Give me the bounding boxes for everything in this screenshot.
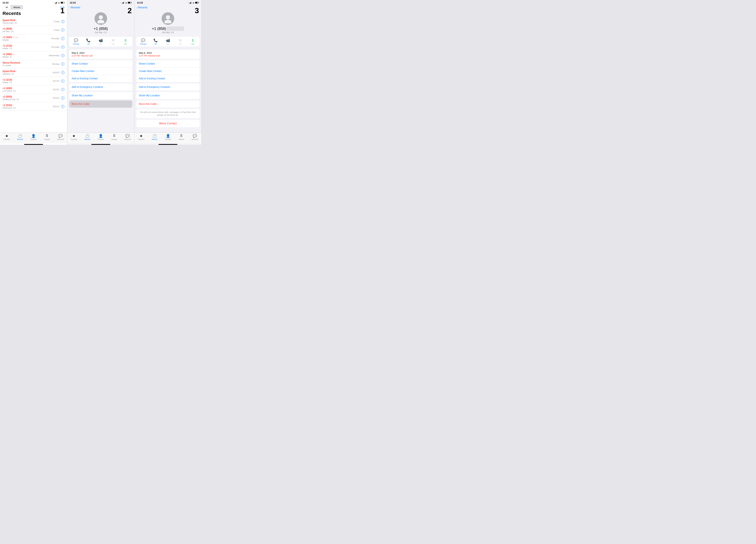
item-info: +1 (480) ··· Maybe: N··: [3, 53, 15, 58]
call-label-3: call: [154, 43, 157, 45]
call-date-3: May 6, 2022: [139, 52, 197, 54]
list-item[interactable]: Spam Risk Tannersville, NY Friday ⓘ: [3, 17, 67, 26]
recents-title: Recents: [0, 11, 67, 17]
tab-contacts-2[interactable]: 👤 Contacts: [94, 134, 107, 140]
video-button-3[interactable]: 📹 video: [162, 38, 174, 45]
block-contact-button-3[interactable]: Block Contact: [136, 120, 200, 127]
back-button-2[interactable]: ‹ Recents: [70, 6, 80, 9]
tab-keypad[interactable]: ⠿ Keypad: [40, 134, 54, 140]
item-sub: Redwood City, CA: [3, 98, 19, 101]
info-icon[interactable]: ⓘ: [61, 71, 65, 74]
add-existing-2[interactable]: Add to Existing Contact: [69, 75, 132, 82]
mail-button-2[interactable]: ✉ mail: [107, 38, 119, 45]
svg-point-2: [166, 15, 170, 19]
tab-favorites-2[interactable]: ★ Favorites: [67, 134, 81, 140]
info-icon[interactable]: ⓘ: [61, 88, 65, 91]
item-name: Spam Risk: [3, 70, 15, 73]
tab-bar-1: ★ Favorites 🕐 Recents 👤 Contacts ⠿ Keypa…: [0, 133, 67, 143]
tab-voicemail[interactable]: 💬 Voicemail: [54, 134, 67, 140]
item-sub: Maybe: ·: [3, 39, 18, 41]
mail-button-3[interactable]: ✉ mail: [174, 38, 187, 45]
panel-detail-3: 3 12:22 ↑ ▲ ‹ Recents: [134, 0, 202, 145]
tab-label-keypad: Keypad: [44, 139, 50, 140]
pay-button-2[interactable]: $ pay: [119, 38, 132, 45]
info-icon[interactable]: ⓘ: [61, 20, 65, 23]
block-caller-3[interactable]: Block this Caller: [136, 100, 200, 108]
video-label-2: video: [99, 43, 103, 45]
message-button-3[interactable]: 💬 message: [137, 38, 149, 45]
item-sub: Oakland, CA: [3, 73, 15, 75]
info-icon[interactable]: ⓘ: [61, 62, 65, 66]
info-icon[interactable]: ⓘ: [61, 79, 65, 83]
item-date: 4/22/22: [53, 105, 59, 108]
svg-point-3: [164, 20, 171, 23]
status-icons-1: ↑ ▲: [53, 1, 65, 4]
block-caller-2[interactable]: Block this Caller: [69, 100, 132, 108]
pay-label-3: pay: [192, 43, 194, 45]
tab-contacts-3[interactable]: 👤 Contacts: [161, 134, 175, 140]
tab-contacts[interactable]: 👤 Contacts: [27, 134, 40, 140]
list-item[interactable]: +1 (442) ··· ···· Maybe: · Thursday ⓘ: [3, 34, 67, 43]
list-item[interactable]: +1 (650) Redwood City, CA 4/22/22 ⓘ: [3, 94, 67, 102]
tab-bar-3: ★ Favorites 🕐 Recents 👤 Contacts ⠿ Keypa…: [134, 133, 201, 143]
info-icon[interactable]: ⓘ: [61, 45, 65, 49]
pay-button-3[interactable]: $ pay: [187, 38, 199, 45]
tab-keypad-3[interactable]: ⠿ Keypad: [175, 134, 188, 140]
contact-phone-3: +1 (858): [152, 26, 184, 31]
message-button-2[interactable]: 💬 message: [70, 38, 82, 45]
info-icon[interactable]: ⓘ: [61, 105, 65, 108]
tab-label-voicemail: Voicemail: [57, 139, 64, 140]
info-icon[interactable]: ⓘ: [61, 37, 65, 40]
contact-hero-3: +1 (858) Del Mar, CA: [134, 10, 201, 37]
battery-icon-2: [128, 2, 132, 4]
share-contact-3[interactable]: Share Contact: [136, 60, 200, 68]
back-button-3[interactable]: ‹ Recents: [137, 6, 147, 9]
share-location-3[interactable]: Share My Location: [136, 92, 200, 99]
add-emergency-2[interactable]: Add to Emergency Contacts: [69, 83, 132, 91]
filter-missed[interactable]: Missed: [11, 5, 23, 9]
item-name: +1 (408): [3, 87, 16, 90]
list-item[interactable]: +1 (858) Del Mar, CA Friday ⓘ: [3, 26, 67, 34]
tab-recents[interactable]: 🕐 Recents: [13, 134, 27, 140]
item-right: Thursday ⓘ: [51, 37, 64, 40]
list-item[interactable]: +1 (408) Los Gatos, CA 4/22/22 ⓘ: [3, 85, 67, 94]
tab-recents-3[interactable]: 🕐 Recents: [148, 134, 161, 140]
info-icon[interactable]: ⓘ: [61, 96, 65, 100]
contact-phone-2: +1 (858): [94, 26, 108, 31]
list-item[interactable]: +1 (510) · Richmond, CA 4/22/22 ⓘ: [3, 102, 67, 111]
call-button-2[interactable]: 📞 call: [82, 38, 95, 45]
call-button-3[interactable]: 📞 call: [149, 38, 162, 45]
block-confirm-card-3: Block Contact: [136, 120, 200, 127]
list-item[interactable]: Spam Risk Oakland, CA 4/28/22 ⓘ: [3, 68, 67, 77]
star-icon-2: ★: [72, 134, 75, 138]
create-contact-3[interactable]: Create New Contact: [136, 68, 200, 75]
filter-all[interactable]: All: [3, 5, 11, 9]
tab-recents-2[interactable]: 🕐 Recents: [81, 134, 94, 140]
tab-favorites-3[interactable]: ★ Favorites: [134, 134, 148, 140]
video-button-2[interactable]: 📹 video: [95, 38, 107, 45]
add-existing-3[interactable]: Add to Existing Contact: [136, 75, 200, 82]
info-icon[interactable]: ⓘ: [61, 54, 65, 57]
tab-keypad-2[interactable]: ⠿ Keypad: [107, 134, 121, 140]
tab-label-contacts: Contacts: [30, 139, 37, 140]
item-sub: Dallas, TX: [3, 81, 12, 84]
list-item[interactable]: +1 (214) · Dallas, TX Thursday ⓘ: [3, 43, 67, 51]
list-item[interactable]: +1 (480) ··· Maybe: N·· Wednesday ⓘ: [3, 51, 67, 60]
info-icon[interactable]: ⓘ: [61, 28, 65, 32]
share-location-2[interactable]: Share My Location: [69, 92, 132, 99]
list-item[interactable]: Stevo Rostone ☑ mobile Monday ⓘ: [3, 60, 67, 68]
mail-label-3: mail: [179, 43, 182, 45]
item-name: +1 (650): [3, 95, 19, 98]
status-time-2: 12:22: [70, 1, 76, 4]
screen-number-1: 1: [60, 6, 65, 15]
item-info: +1 (510) · Richmond, CA: [3, 104, 16, 109]
add-emergency-3[interactable]: Add to Emergency Contacts: [136, 83, 200, 91]
tab-voicemail-2[interactable]: 💬 Voicemail: [121, 134, 134, 140]
tab-label-recents: Recents: [17, 139, 23, 140]
list-item[interactable]: +1 (214) Dallas, TX 4/27/22 ⓘ: [3, 77, 67, 85]
tab-voicemail-3[interactable]: 💬 Voicemail: [188, 134, 201, 140]
create-contact-2[interactable]: Create New Contact: [69, 68, 132, 75]
share-contact-2[interactable]: Share Contact: [69, 60, 132, 68]
action-buttons-2: 💬 message 📞 call 📹 video ✉ mail $ pay: [69, 37, 132, 46]
tab-favorites[interactable]: ★ Favorites: [0, 134, 13, 140]
